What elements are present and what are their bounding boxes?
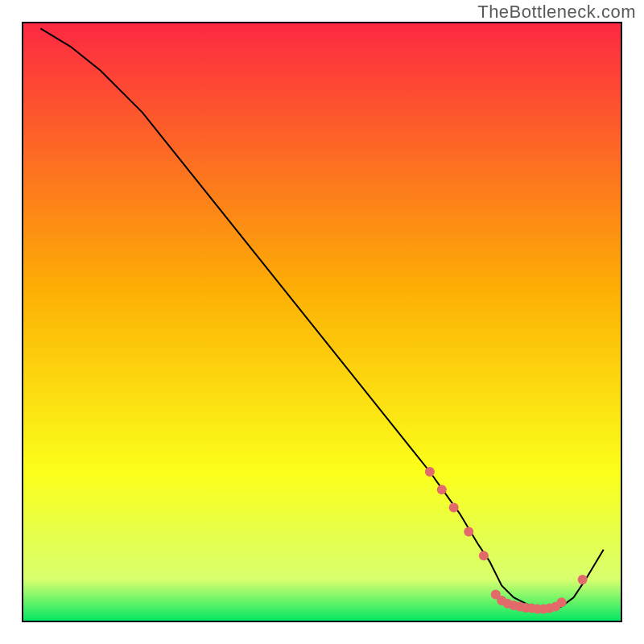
highlight-dot [464, 526, 473, 536]
highlight-dot [449, 503, 459, 513]
bottleneck-chart-svg [0, 0, 644, 644]
highlight-dot [479, 551, 489, 560]
highlight-dot [578, 575, 588, 584]
chart-stage: TheBottleneck.com [0, 0, 644, 644]
highlight-dot [557, 597, 567, 607]
highlight-dot [437, 485, 447, 494]
highlight-dot [425, 467, 435, 477]
gradient-background [23, 23, 621, 621]
